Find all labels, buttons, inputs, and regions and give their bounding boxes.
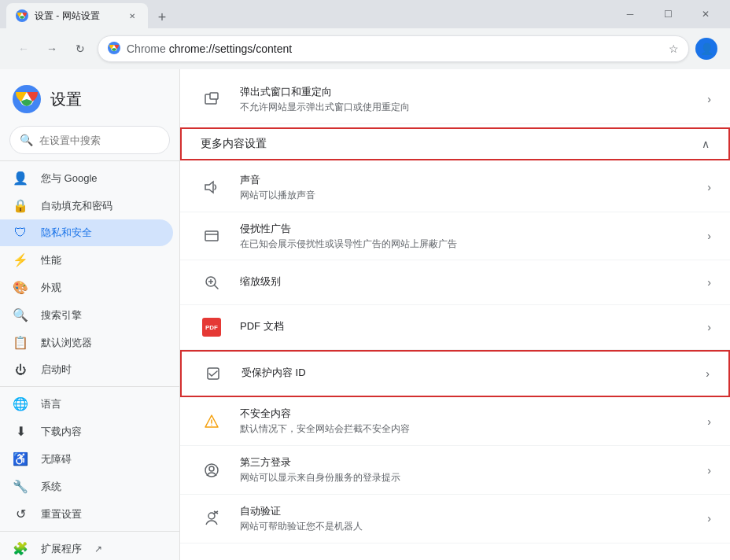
- sidebar-item-extensions[interactable]: 🧩 扩展程序 ↗: [0, 535, 173, 560]
- tab-close-button[interactable]: ✕: [126, 9, 138, 22]
- sidebar-divider-3: [0, 531, 179, 532]
- person-icon: 👤: [13, 171, 28, 186]
- sidebar-item-language[interactable]: 🌐 语言: [0, 390, 173, 418]
- sidebar-item-downloads[interactable]: ⬇ 下载内容: [0, 418, 173, 445]
- url-display: Chrome chrome://settings/content: [127, 42, 662, 55]
- unsafe-content-subtitle: 默认情况下，安全网站会拦截不安全内容: [240, 422, 691, 436]
- sidebar-divider: [0, 160, 179, 161]
- sidebar-item-autofill[interactable]: 🔒 自动填充和密码: [0, 192, 173, 219]
- sidebar-item-accessibility[interactable]: ♿ 无障碍: [0, 445, 173, 473]
- unsafe-content-item[interactable]: 不安全内容 默认情况下，安全网站会拦截不安全内容 ›: [180, 397, 730, 446]
- chrome-logo: [13, 85, 41, 113]
- sidebar-label-extensions: 扩展程序: [41, 542, 82, 556]
- sound-icon: [199, 175, 224, 200]
- main-layout: 设置 🔍 👤 您与 Google 🔒 自动填充和密码 🛡 隐私和安全 ⚡ 性能 …: [0, 69, 730, 560]
- sidebar-divider-2: [0, 386, 179, 387]
- sidebar-label-language: 语言: [41, 397, 61, 411]
- third-party-text: 第三方登录 网站可以显示来自身份服务的登录提示: [240, 455, 691, 484]
- extensions-icon: 🧩: [13, 541, 28, 556]
- sidebar-label-privacy: 隐私和安全: [41, 226, 92, 240]
- sidebar-label-search: 搜索引擎: [41, 308, 82, 322]
- auto-verify-icon: [199, 506, 224, 531]
- tab-label: 设置 - 网站设置: [35, 9, 120, 23]
- unsafe-content-text: 不安全内容 默认情况下，安全网站会拦截不安全内容: [240, 407, 691, 436]
- sidebar-item-startup[interactable]: ⏻ 启动时: [0, 356, 173, 383]
- omnibox[interactable]: Chrome chrome://settings/content ☆: [98, 35, 689, 62]
- chrome-icon: [108, 42, 120, 57]
- more-content-header[interactable]: 更多内容设置 ∧: [180, 127, 730, 160]
- sidebar-item-reset[interactable]: ↺ 重置设置: [0, 500, 173, 528]
- more-content-label: 更多内容设置: [201, 137, 702, 151]
- sidebar-item-appearance[interactable]: 🎨 外观: [0, 274, 173, 301]
- popup-item[interactable]: 弹出式窗口和重定向 不允许网站显示弹出式窗口或使用重定向 ›: [180, 76, 730, 124]
- url-path: chrome://settings/content: [169, 42, 292, 55]
- sidebar-item-system[interactable]: 🔧 系统: [0, 473, 173, 500]
- browser-icon: 📋: [13, 335, 28, 350]
- performance-icon: ⚡: [13, 252, 28, 267]
- popup-title: 弹出式窗口和重定向: [240, 85, 691, 99]
- protected-content-chevron: ›: [706, 367, 710, 380]
- search-icon: 🔍: [20, 134, 33, 146]
- pdf-item[interactable]: PDF PDF 文档 ›: [180, 305, 730, 350]
- protected-content-item[interactable]: 受保护内容 ID ›: [180, 350, 730, 397]
- auto-verify-item[interactable]: 自动验证 网站可帮助验证您不是机器人 ›: [180, 495, 730, 543]
- tab-strip: 设置 - 网站设置 ✕ +: [0, 0, 173, 28]
- sidebar-label-appearance: 外观: [41, 281, 61, 295]
- sidebar-item-search[interactable]: 🔍 搜索引擎: [0, 301, 173, 329]
- reset-icon: ↺: [13, 507, 28, 521]
- auto-verify-chevron: ›: [707, 512, 711, 525]
- ads-chevron: ›: [707, 230, 711, 242]
- maximize-button[interactable]: ☐: [650, 0, 686, 28]
- unsafe-icon: [199, 409, 224, 434]
- sidebar-item-google[interactable]: 👤 您与 Google: [0, 164, 173, 192]
- auto-verify-subtitle: 网站可帮助验证您不是机器人: [240, 520, 691, 533]
- protected-content-title: 受保护内容 ID: [241, 366, 690, 380]
- url-prefix: Chrome: [127, 42, 166, 55]
- search-bar[interactable]: 🔍: [9, 126, 170, 154]
- download-icon: ⬇: [13, 424, 28, 439]
- unsafe-content-title: 不安全内容: [240, 407, 691, 421]
- sidebar: 设置 🔍 👤 您与 Google 🔒 自动填充和密码 🛡 隐私和安全 ⚡ 性能 …: [0, 69, 179, 560]
- zoom-title: 缩放级别: [240, 274, 691, 289]
- omnibox-actions: ☆: [669, 42, 679, 55]
- back-button[interactable]: ←: [13, 38, 35, 60]
- profile-button[interactable]: 👤: [695, 38, 717, 60]
- refresh-button[interactable]: ↻: [69, 38, 91, 60]
- sidebar-label-reset: 重置设置: [41, 507, 82, 521]
- sidebar-label-google: 您与 Google: [41, 171, 98, 186]
- sidebar-label-autofill: 自动填充和密码: [41, 199, 112, 213]
- svg-line-12: [215, 286, 219, 289]
- sidebar-label-browser: 默认浏览器: [41, 336, 92, 350]
- ads-icon: [199, 223, 224, 249]
- sidebar-item-browser[interactable]: 📋 默认浏览器: [0, 329, 173, 356]
- search-input[interactable]: [39, 134, 160, 146]
- sound-item[interactable]: 声音 网站可以播放声音 ›: [180, 164, 730, 212]
- popup-chevron: ›: [707, 93, 711, 105]
- pdf-chevron: ›: [707, 321, 711, 333]
- active-tab[interactable]: 设置 - 网站设置 ✕: [6, 3, 148, 28]
- zoom-chevron: ›: [707, 276, 711, 289]
- accessibility-icon: ♿: [13, 451, 28, 466]
- tab-favicon: [16, 9, 28, 22]
- external-link-icon: ↗: [94, 543, 102, 554]
- titlebar: 设置 - 网站设置 ✕ + ─ ☐ ✕: [0, 0, 730, 28]
- sidebar-item-performance[interactable]: ⚡ 性能: [0, 246, 173, 274]
- zoom-item[interactable]: 缩放级别 ›: [180, 260, 730, 305]
- forward-button[interactable]: →: [41, 38, 63, 60]
- third-party-title: 第三方登录: [240, 455, 691, 470]
- ads-title: 侵扰性广告: [240, 222, 691, 236]
- addressbar: ← → ↻ Chrome chrome://settings/content ☆…: [0, 28, 730, 69]
- expand-icon: ∧: [702, 138, 710, 150]
- lock-icon: 🔒: [13, 198, 28, 213]
- sidebar-label-performance: 性能: [41, 253, 61, 267]
- new-tab-button[interactable]: +: [151, 6, 173, 28]
- bookmark-icon[interactable]: ☆: [669, 42, 679, 55]
- content-area: 弹出式窗口和重定向 不允许网站显示弹出式窗口或使用重定向 › 更多内容设置 ∧: [179, 69, 730, 560]
- sidebar-item-privacy[interactable]: 🛡 隐私和安全: [0, 219, 173, 246]
- close-button[interactable]: ✕: [688, 0, 724, 28]
- minimize-button[interactable]: ─: [612, 0, 648, 28]
- sound-subtitle: 网站可以播放声音: [240, 189, 691, 202]
- svg-rect-7: [210, 93, 218, 99]
- intrusive-ads-item[interactable]: 侵扰性广告 在已知会展示侵扰性或误导性广告的网站上屏蔽广告 ›: [180, 212, 730, 261]
- third-party-login-item[interactable]: 第三方登录 网站可以显示来自身份服务的登录提示 ›: [180, 446, 730, 495]
